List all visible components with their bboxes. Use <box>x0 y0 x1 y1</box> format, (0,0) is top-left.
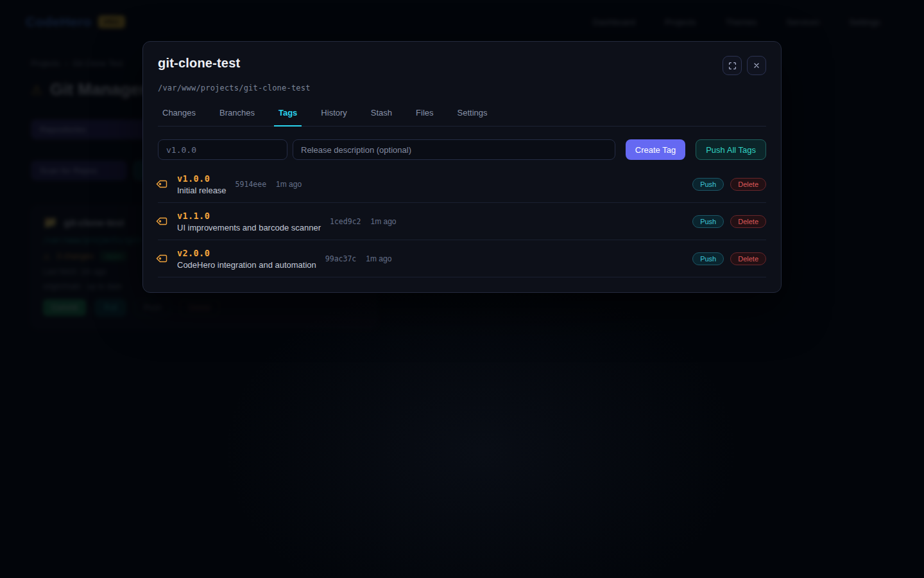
tab-changes[interactable]: Changes <box>158 101 200 126</box>
tab-history[interactable]: History <box>316 101 351 126</box>
delete-tag-button[interactable]: Delete <box>730 252 766 265</box>
push-tag-button[interactable]: Push <box>692 252 724 265</box>
tag-name: v2.0.0 <box>177 248 316 258</box>
tag-row-v1-0-0: v1.0.0 Initial release 5914eee 1m ago Pu… <box>158 166 766 203</box>
push-tag-button[interactable]: Push <box>692 178 724 191</box>
close-icon <box>753 62 760 69</box>
delete-tag-button[interactable]: Delete <box>730 215 766 228</box>
delete-tag-button[interactable]: Delete <box>730 178 766 191</box>
tag-icon <box>158 216 169 227</box>
fullscreen-icon <box>728 62 737 70</box>
tag-name-input[interactable] <box>158 139 287 160</box>
expand-button[interactable] <box>723 56 742 75</box>
tag-name: v1.0.0 <box>177 173 227 184</box>
commit-hash: 1ced9c2 <box>330 217 361 226</box>
push-tag-button[interactable]: Push <box>692 215 724 228</box>
create-tag-button[interactable]: Create Tag <box>626 139 685 160</box>
tag-icon <box>158 253 169 264</box>
tab-tags[interactable]: Tags <box>274 101 302 127</box>
tab-stash[interactable]: Stash <box>366 101 397 126</box>
tag-description-input[interactable] <box>293 139 615 160</box>
tab-files[interactable]: Files <box>411 101 438 126</box>
tag-description: Initial release <box>177 186 227 195</box>
tag-row-v1-1-0: v1.1.0 UI improvements and barcode scann… <box>158 203 766 240</box>
commit-hash: 99ac37c <box>325 254 356 263</box>
push-all-tags-button[interactable]: Push All Tags <box>696 139 766 160</box>
close-button[interactable] <box>747 56 766 75</box>
tag-description: UI improvements and barcode scanner <box>177 223 321 232</box>
tag-list: v1.0.0 Initial release 5914eee 1m ago Pu… <box>158 166 766 277</box>
tag-description: CodeHero integration and automation <box>177 260 316 270</box>
repo-path: /var/www/projects/git-clone-test <box>158 83 766 92</box>
tag-row-v2-0-0: v2.0.0 CodeHero integration and automati… <box>158 240 766 277</box>
tag-timestamp: 1m ago <box>276 180 302 189</box>
tag-timestamp: 1m ago <box>370 217 396 226</box>
tag-name: v1.1.0 <box>177 211 321 221</box>
commit-hash: 5914eee <box>235 180 266 189</box>
modal-tabs: Changes Branches Tags History Stash File… <box>158 101 766 127</box>
tag-icon <box>158 179 169 189</box>
tab-settings[interactable]: Settings <box>453 101 492 126</box>
git-repo-modal: git-clone-test /var/www/projects/git-c <box>142 41 782 293</box>
tab-branches[interactable]: Branches <box>215 101 259 126</box>
modal-title: git-clone-test <box>158 56 240 71</box>
tag-timestamp: 1m ago <box>366 254 391 263</box>
